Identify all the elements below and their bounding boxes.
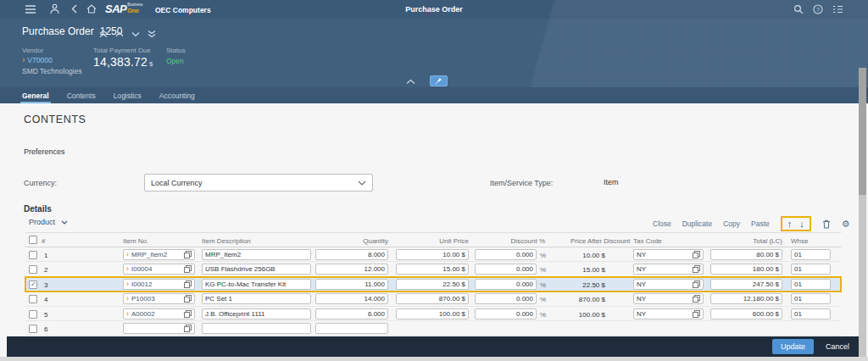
unit-price-field[interactable]: 100.00 $ [396,308,469,319]
collapse-header-icon[interactable] [406,79,415,85]
item-no-field[interactable]: ›MRP_Item2 [123,249,195,260]
pin-header-button[interactable] [430,75,448,86]
first-record-icon[interactable] [99,30,108,38]
item-no-link[interactable]: A00002 [131,309,155,319]
discount-field[interactable]: 0.000 [475,293,537,304]
delete-row-icon[interactable] [822,219,831,229]
quantity-field-empty[interactable] [315,323,388,334]
tab-accounting[interactable]: Accounting [159,87,195,103]
next-record-icon[interactable] [131,31,140,37]
value-help-icon[interactable] [184,295,192,303]
value-help-icon[interactable] [693,280,700,288]
value-help-icon[interactable] [693,310,700,318]
value-help-icon[interactable] [184,251,192,258]
paste-button[interactable]: Paste [751,219,770,228]
value-help-icon[interactable] [693,295,700,303]
vertical-scrollbar[interactable] [859,68,866,357]
status-badge: Open [166,57,186,65]
description-field[interactable]: J.B. Officeprint 1111 [202,308,311,319]
unit-price-field[interactable]: 22.50 $ [396,279,469,290]
col-header-tax-code: Tax Code [633,237,662,245]
description-field[interactable]: MRP_Item2 [202,249,311,260]
row-checkbox[interactable] [29,265,37,274]
tax-code-field[interactable]: NY [633,249,704,260]
item-no-link[interactable]: MRP_Item2 [131,250,167,259]
product-dropdown[interactable]: Product [29,218,68,226]
move-row-up-button[interactable]: ↑ [787,219,793,229]
value-help-icon[interactable] [184,265,192,273]
whse-field[interactable]: 01 [791,279,831,290]
duplicate-row-button[interactable]: Duplicate [682,219,712,228]
total-lc-field[interactable]: 12,180.00 $ [710,293,782,304]
total-lc-field[interactable]: 80.00 $ [710,249,782,260]
unit-price-field[interactable]: 15.00 $ [396,264,469,275]
tax-code-field[interactable]: NY [633,308,704,319]
row-checkbox[interactable] [29,295,37,303]
close-row-button[interactable]: Close [653,219,671,228]
unit-price-field[interactable]: 870.00 $ [396,293,469,304]
value-help-icon[interactable] [184,280,192,288]
item-no-link[interactable]: I00012 [131,280,152,289]
total-lc-field[interactable]: 600.00 $ [710,308,782,319]
search-icon[interactable] [793,4,804,14]
row-checkbox[interactable] [29,251,37,259]
unit-price-field[interactable]: 10.00 $ [396,249,469,260]
move-row-down-button[interactable]: ↓ [799,219,804,229]
legend-icon[interactable] [832,5,843,14]
cancel-button[interactable]: Cancel [826,342,849,351]
quantity-field[interactable]: 11.000 [315,279,388,290]
value-help-icon[interactable] [693,265,700,273]
quantity-field[interactable]: 12.000 [315,264,388,275]
previous-record-icon[interactable] [115,31,124,37]
tab-general[interactable]: General [22,87,49,103]
item-no-field[interactable]: ›A00002 [123,308,195,319]
tax-code-field[interactable]: NY [633,264,704,275]
item-no-field[interactable]: ›I00012 [123,279,195,290]
value-help-icon[interactable] [184,325,192,332]
update-button[interactable]: Update [772,339,814,354]
tab-logistics[interactable]: Logistics [114,87,142,103]
whse-field[interactable]: 01 [791,293,831,304]
whse-field[interactable]: 01 [791,249,831,260]
help-icon[interactable]: ? [813,4,823,14]
discount-field[interactable]: 0.000 [475,279,537,290]
value-help-icon[interactable] [184,310,192,318]
description-field[interactable]: PC Set 1 [202,293,311,304]
link-chevron-icon: › [126,280,129,289]
tab-contents[interactable]: Contents [67,87,96,103]
item-no-link[interactable]: I00004 [131,264,152,274]
row-checkbox[interactable] [29,325,37,333]
scrollbar-thumb[interactable] [859,68,866,195]
item-service-type-value: Item [604,178,619,186]
item-no-field[interactable]: ›I00004 [123,264,195,275]
total-lc-field[interactable]: 180.00 $ [710,264,782,275]
price-after-discount-value: 22.50 $ [542,281,605,289]
discount-field[interactable]: 0.000 [475,264,537,275]
description-field[interactable]: USB Flashdrive 256GB [202,264,311,275]
discount-field[interactable]: 0.000 [475,308,537,319]
last-record-icon[interactable] [147,30,156,38]
tax-code-field[interactable]: NY [633,279,704,290]
description-field[interactable]: KG PC-to-Mac Transfer Kit [202,279,311,290]
item-no-field[interactable]: ›P10003 [123,293,195,304]
row-checkbox-checked[interactable] [29,280,37,289]
quantity-field[interactable]: 8.000 [315,249,388,260]
chevron-down-icon [358,180,366,186]
whse-field[interactable]: 01 [791,264,831,275]
item-no-field-empty[interactable] [123,323,195,334]
quantity-field[interactable]: 14.000 [315,293,388,304]
value-help-icon[interactable] [693,251,700,258]
item-no-link[interactable]: P10003 [131,294,155,303]
discount-field[interactable]: 0.000 [475,249,537,260]
whse-field[interactable]: 01 [791,308,831,319]
vendor-code-link[interactable]: V70000 [22,56,82,64]
description-field-empty[interactable] [202,323,311,334]
currency-select[interactable]: Local Currency [144,174,373,192]
quantity-field[interactable]: 6.000 [315,308,388,319]
select-all-checkbox[interactable] [29,236,37,244]
row-checkbox[interactable] [29,310,37,319]
table-settings-gear-icon[interactable]: ⚙ [842,219,850,229]
total-lc-field[interactable]: 247.50 $ [710,279,782,290]
tax-code-field[interactable]: NY [633,293,704,304]
copy-button[interactable]: Copy [723,219,740,228]
